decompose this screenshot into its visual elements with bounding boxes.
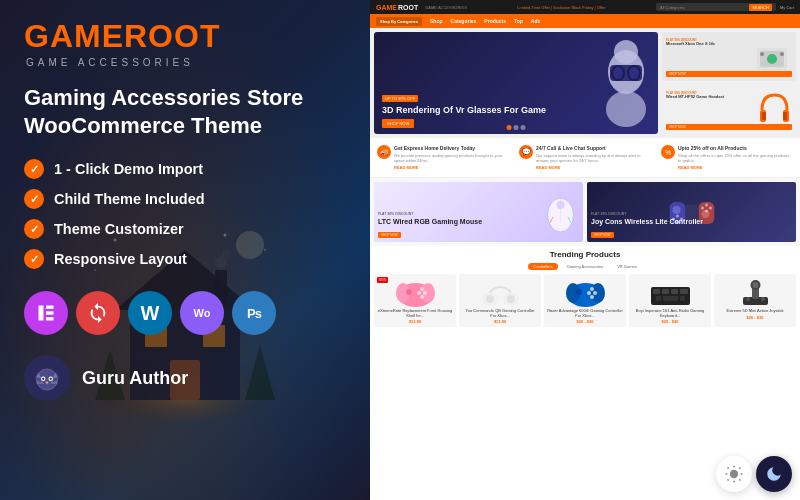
mockup-topbar-actions: All Categories SEARCH My Cart: [656, 3, 794, 11]
svg-point-67: [705, 203, 708, 206]
dark-mode-toggles: [716, 456, 792, 492]
svg-rect-93: [662, 289, 669, 294]
logo: GAMEROOT: [24, 18, 346, 55]
svg-point-66: [701, 206, 704, 209]
svg-point-86: [576, 289, 582, 295]
svg-rect-94: [671, 289, 678, 294]
svg-point-41: [629, 67, 639, 79]
mockup-logo-sub: GAME ACCESSORIES: [425, 5, 467, 10]
info-title-offer: Upto 25% off on All Products: [678, 145, 793, 152]
author-label: Guru Author: [82, 368, 188, 389]
nav-item-top[interactable]: Top: [514, 18, 523, 24]
trending-tab-controllers[interactable]: Controllers: [528, 263, 557, 270]
svg-point-30: [46, 381, 49, 383]
dark-mode-toggle[interactable]: [756, 456, 792, 492]
gaming-mouse-image: [543, 187, 578, 232]
website-mockup: GAME ROOT GAME ACCESSORIES Limited-Time …: [370, 0, 800, 500]
svg-point-87: [590, 295, 594, 299]
svg-rect-51: [783, 112, 787, 120]
svg-rect-98: [680, 296, 685, 301]
mockup-search-btn[interactable]: SEARCH: [749, 4, 772, 11]
svg-point-54: [557, 201, 565, 209]
svg-point-80: [486, 295, 494, 303]
info-link-support[interactable]: READ MORE: [536, 165, 651, 170]
info-link-offer[interactable]: READ MORE: [678, 165, 793, 170]
svg-point-21: [37, 369, 58, 390]
check-icon-2: ✓: [24, 189, 44, 209]
feature-item-4: ✓ Responsive Layout: [24, 249, 346, 269]
svg-rect-50: [762, 112, 766, 120]
trending-item-1-name: eXtremeRate Replacement Front Housing Sh…: [377, 309, 453, 319]
hero-main-slide: UP TO 40% OFF 3D Rendering Of Vr Glasses…: [374, 32, 658, 134]
hero-discount-badge: UP TO 40% OFF: [382, 95, 418, 102]
info-link-delivery[interactable]: READ MORE: [394, 165, 509, 170]
trending-item-2-name: You Commando QB Gaming Controller For Xb…: [462, 309, 538, 319]
svg-rect-17: [39, 306, 44, 321]
trending-item-4-price: $26 - $36: [662, 319, 679, 324]
svg-point-40: [613, 67, 623, 79]
feature-item-3: ✓ Theme Customizer: [24, 219, 346, 239]
info-title-delivery: Get Express Home Delivery Today: [394, 145, 509, 152]
product-controller-cta[interactable]: SHOP NOW: [591, 232, 614, 238]
svg-point-88: [593, 291, 597, 295]
trending-item-2: You Commando QB Gaming Controller For Xb…: [459, 274, 541, 328]
product-mouse-cta[interactable]: SHOP NOW: [378, 232, 401, 238]
info-text-support: 24/7 Call & Live Chat Support Our suppor…: [536, 145, 651, 170]
left-panel: GAMEROOT GAME ACCESSORIES Gaming Accesso…: [0, 0, 370, 500]
trending-tab-accessories[interactable]: Gaming Accessories: [562, 263, 608, 270]
light-mode-toggle[interactable]: [716, 456, 752, 492]
nav-item-ads[interactable]: Ads: [531, 18, 540, 24]
woocommerce-icon: Wo: [180, 291, 224, 335]
mockup-search-bar[interactable]: All Categories SEARCH: [656, 3, 776, 11]
mockup-cart[interactable]: My Cart: [780, 5, 794, 10]
xbox-image: [752, 40, 792, 80]
nav-item-shop[interactable]: Shop: [430, 18, 443, 24]
trending-item-2-image: [478, 277, 523, 309]
mockup-offer-text: Limited-Time Offer | Exclusive Black Fri…: [517, 5, 605, 10]
photoshop-icon: Ps: [232, 291, 276, 335]
info-card-offer: % Upto 25% off on All Products Shop all …: [658, 142, 796, 173]
logo-area: GAMEROOT GAME ACCESSORIES: [24, 18, 346, 68]
hero-text: UP TO 40% OFF 3D Rendering Of Vr Glasses…: [382, 95, 546, 126]
delivery-icon: 🚚: [377, 145, 391, 159]
svg-point-29: [50, 378, 52, 380]
nav-item-products[interactable]: Products: [484, 18, 506, 24]
svg-point-105: [730, 470, 738, 478]
svg-point-75: [420, 295, 424, 299]
trending-item-1-price: $11.96: [409, 319, 421, 324]
hero-cta-btn[interactable]: SHOP NOW: [382, 119, 414, 128]
product-controller-discount: FLAT 19% DISCOUNT: [591, 212, 703, 216]
trending-item-5-name: Extreme 5D Mini Action Joystick: [727, 309, 784, 314]
svg-point-74: [406, 289, 412, 295]
trending-item-1-image: [393, 277, 438, 309]
trending-tab-vr[interactable]: VR Games: [612, 263, 642, 270]
side-card-xbox: FLAT 30% DISCOUNT Microsoft Xbox One S 1…: [662, 32, 796, 81]
trending-item-3: Razer Advantage 60GE Gaming Controller F…: [544, 274, 626, 328]
svg-point-82: [507, 295, 515, 303]
svg-point-78: [417, 291, 421, 295]
trending-item-4: Boyi Imperator 101 Anti-Radio Gaming Key…: [629, 274, 711, 328]
mockup-products-row: FLAT 30% DISCOUNT LTC Wired RGB Gaming M…: [370, 178, 800, 246]
mockup-logo-area: GAME ROOT GAME ACCESSORIES: [376, 4, 467, 11]
mockup-logo-root: ROOT: [398, 4, 418, 11]
plugin-icons: W Wo Ps: [24, 291, 346, 335]
right-panel: GAME ROOT GAME ACCESSORIES Limited-Time …: [370, 0, 800, 500]
main-heading: Gaming Accessories Store WooCommerce The…: [24, 84, 346, 139]
nav-item-categories-2[interactable]: Categories: [451, 18, 477, 24]
support-icon: 💬: [519, 145, 533, 159]
trending-item-4-image: [648, 277, 693, 309]
trending-title: Trending Products: [374, 250, 796, 259]
logo-game: GAMEROOT: [24, 18, 220, 55]
svg-point-103: [746, 297, 750, 301]
nav-item-categories[interactable]: Shop By Categories: [376, 17, 422, 26]
trending-tabs: Controllers Gaming Accessories VR Games: [374, 263, 796, 270]
feature-list: ✓ 1 - Click Demo Import ✓ Child Theme In…: [24, 159, 346, 269]
new-badge-1: NEW: [377, 277, 388, 283]
mockup-hero: UP TO 40% OFF 3D Rendering Of Vr Glasses…: [370, 28, 800, 138]
hero-title: 3D Rendering Of Vr Glasses For Game: [382, 105, 546, 116]
hero-side-products: FLAT 30% DISCOUNT Microsoft Xbox One S 1…: [662, 32, 796, 134]
check-icon-1: ✓: [24, 159, 44, 179]
svg-point-104: [761, 297, 765, 301]
mockup-search-input: All Categories: [660, 5, 749, 10]
feature-label-2: Child Theme Included: [54, 191, 205, 207]
